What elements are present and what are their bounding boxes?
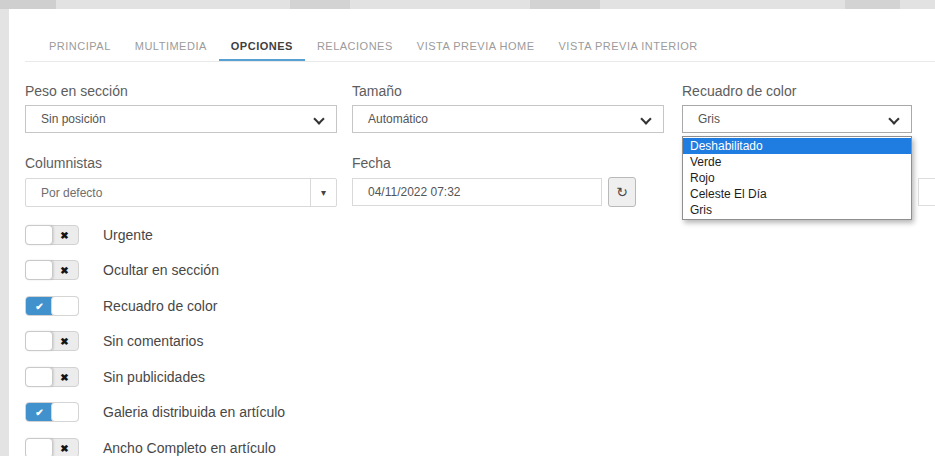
- toggle-mark-icon: ✖: [51, 226, 78, 244]
- refresh-date-button[interactable]: ↻: [608, 177, 636, 207]
- toggle-mark-icon: ✔: [26, 297, 53, 315]
- caret-down-icon[interactable]: ▾: [310, 179, 336, 206]
- peso-seccion-label: Peso en sección: [25, 83, 128, 99]
- ocultar-en-seccion-toggle[interactable]: ✖: [25, 260, 79, 280]
- recuadro-color-value: Gris: [698, 112, 720, 126]
- tab-relaciones[interactable]: RELACIONES: [305, 30, 405, 61]
- toggle-row-ocultar-en-seccion: ✖ Ocultar en sección: [25, 260, 219, 280]
- toggle-thumb: [25, 438, 53, 456]
- toggle-mark-icon: ✔: [26, 403, 53, 421]
- dropdown-option-rojo[interactable]: Rojo: [683, 170, 911, 186]
- toggle-thumb: [25, 367, 53, 387]
- cms-options-panel: PRINCIPAL MULTIMEDIA OPCIONES RELACIONES…: [0, 0, 935, 456]
- columnistas-value: Por defecto: [26, 186, 310, 200]
- toggle-thumb: [51, 296, 79, 316]
- columnistas-combobox[interactable]: Por defecto ▾: [25, 178, 337, 207]
- toggle-row-sin-comentarios: ✖ Sin comentarios: [25, 331, 203, 351]
- tab-principal[interactable]: PRINCIPAL: [37, 30, 123, 61]
- chevron-down-icon: [642, 115, 650, 123]
- toggle-mark-icon: ✖: [51, 439, 78, 456]
- toggle-thumb: [25, 260, 53, 280]
- window-edge-segment: [290, 0, 350, 9]
- tab-multimedia[interactable]: MULTIMEDIA: [123, 30, 219, 61]
- ocultar-en-seccion-label: Ocultar en sección: [103, 262, 219, 278]
- tab-opciones[interactable]: OPCIONES: [219, 30, 305, 61]
- toggle-row-sin-publicidades: ✖ Sin publicidades: [25, 367, 205, 387]
- tab-divider: [25, 61, 935, 62]
- window-edge-segment: [845, 0, 900, 9]
- urgente-toggle[interactable]: ✖: [25, 225, 79, 245]
- dropdown-option-deshabilitado[interactable]: Deshabilitado: [683, 138, 911, 154]
- ancho-completo-toggle[interactable]: ✖: [25, 438, 79, 456]
- toggle-mark-icon: ✖: [51, 261, 78, 279]
- fecha-input[interactable]: [352, 178, 602, 206]
- toggle-row-ancho-completo: ✖ Ancho Completo en artículo: [25, 438, 276, 456]
- tab-vista-previa-home[interactable]: VISTA PREVIA HOME: [405, 30, 547, 61]
- ancho-completo-label: Ancho Completo en artículo: [103, 440, 276, 456]
- toggle-row-recuadro-de-color: ✔ Recuadro de color: [25, 296, 217, 316]
- columnistas-label: Columnistas: [25, 155, 102, 171]
- dropdown-option-celeste-el-dia[interactable]: Celeste El Día: [683, 186, 911, 202]
- refresh-icon: ↻: [616, 184, 628, 200]
- peso-seccion-select[interactable]: Sin posición: [25, 105, 337, 133]
- sin-comentarios-toggle[interactable]: ✖: [25, 331, 79, 351]
- chevron-down-icon: [890, 115, 898, 123]
- sin-comentarios-label: Sin comentarios: [103, 333, 203, 349]
- tamano-value: Automático: [368, 112, 428, 126]
- recuadro-de-color-toggle[interactable]: ✔: [25, 296, 79, 316]
- cutoff-field[interactable]: [918, 178, 935, 206]
- dropdown-option-verde[interactable]: Verde: [683, 154, 911, 170]
- recuadro-de-color-label: Recuadro de color: [103, 298, 217, 314]
- window-edge-segment: [0, 0, 56, 9]
- toggle-thumb: [51, 402, 79, 422]
- toggle-mark-icon: ✖: [51, 332, 78, 350]
- recuadro-color-select[interactable]: Gris: [682, 105, 912, 133]
- toggle-thumb: [25, 331, 53, 351]
- toggle-thumb: [25, 225, 53, 245]
- toggle-row-galeria-distribuida: ✔ Galeria distribuida en artículo: [25, 402, 285, 422]
- chevron-down-icon: [315, 115, 323, 123]
- sin-publicidades-label: Sin publicidades: [103, 369, 205, 385]
- tab-bar: PRINCIPAL MULTIMEDIA OPCIONES RELACIONES…: [25, 30, 935, 61]
- tamano-label: Tamaño: [352, 83, 402, 99]
- window-top-edge: [0, 0, 935, 9]
- peso-seccion-value: Sin posición: [41, 112, 106, 126]
- toggle-row-urgente: ✖ Urgente: [25, 225, 153, 245]
- fecha-label: Fecha: [352, 155, 391, 171]
- tab-vista-previa-interior[interactable]: VISTA PREVIA INTERIOR: [547, 30, 710, 61]
- sin-publicidades-toggle[interactable]: ✖: [25, 367, 79, 387]
- recuadro-color-dropdown: Deshabilitado Verde Rojo Celeste El Día …: [682, 136, 912, 220]
- urgente-label: Urgente: [103, 227, 153, 243]
- toggle-mark-icon: ✖: [51, 368, 78, 386]
- window-edge-segment: [530, 0, 600, 9]
- galeria-distribuida-toggle[interactable]: ✔: [25, 402, 79, 422]
- dropdown-option-gris[interactable]: Gris: [683, 202, 911, 218]
- window-left-edge: [0, 0, 9, 456]
- tamano-select[interactable]: Automático: [352, 105, 664, 133]
- recuadro-color-label: Recuadro de color: [682, 83, 796, 99]
- galeria-distribuida-label: Galeria distribuida en artículo: [103, 404, 285, 420]
